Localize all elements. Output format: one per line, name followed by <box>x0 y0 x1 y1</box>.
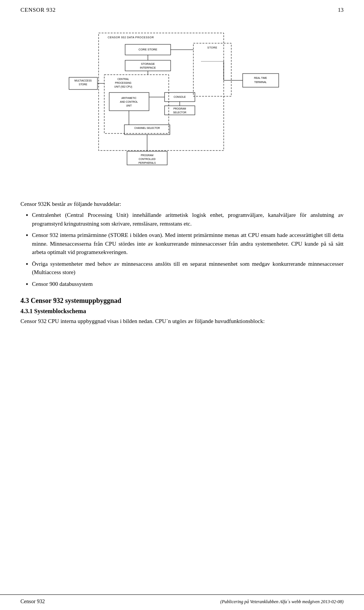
bullet-text-2: Censor 932 interna primärminne (STORE i … <box>32 231 344 257</box>
footer-right: (Publicering på Veteranklubben Alfa´s we… <box>220 599 344 605</box>
bullet-text-1: Centralenhet (Central Processing Unit) i… <box>32 211 344 228</box>
svg-text:CENSOR 932 DATA PROCESSOR: CENSOR 932 DATA PROCESSOR <box>108 36 154 39</box>
subsection-4-3-1-text: Censor 932 CPU interna uppbyggnad visas … <box>20 317 344 326</box>
list-item: Övriga systemenheter med behov av minnes… <box>20 260 344 277</box>
svg-text:UNIT: UNIT <box>126 104 132 107</box>
page-title: CENSOR 932 <box>20 7 56 13</box>
list-item: Censor 932 interna primärminne (STORE i … <box>20 231 344 257</box>
page-number: 13 <box>338 7 344 13</box>
svg-text:CORE STORE: CORE STORE <box>138 48 157 51</box>
bullet-text-3: Övriga systemenheter med behov av minnes… <box>32 260 344 277</box>
svg-text:ARITHMETIC: ARITHMETIC <box>121 97 136 99</box>
svg-text:CONSOLE: CONSOLE <box>174 96 186 98</box>
svg-text:REAL TIME: REAL TIME <box>254 77 267 79</box>
svg-text:CONTROLLED: CONTROLLED <box>139 158 156 160</box>
section-4-3-heading: 4.3 Censor 932 systemuppbyggnad <box>20 297 344 305</box>
svg-text:PROGRAM: PROGRAM <box>173 107 186 110</box>
system-diagram: text { font-family: Arial, Helvetica, sa… <box>64 22 300 189</box>
svg-text:STORE: STORE <box>79 83 88 86</box>
svg-text:STORAGE: STORAGE <box>141 62 155 66</box>
footer-left: Censor 932 <box>20 599 45 605</box>
svg-text:INTERFACE: INTERFACE <box>140 66 156 69</box>
svg-text:TERMINAL: TERMINAL <box>254 81 267 83</box>
content-section: Censor 932K består av följande huvuddela… <box>0 196 364 326</box>
svg-text:CENTRAL: CENTRAL <box>118 78 129 80</box>
svg-rect-0 <box>99 33 224 151</box>
svg-text:MULTIACCESS: MULTIACCESS <box>74 79 92 82</box>
intro-paragraph: Censor 932K består av följande huvuddela… <box>20 200 344 209</box>
svg-text:STORE: STORE <box>207 46 218 49</box>
page-header: CENSOR 932 13 <box>0 0 364 13</box>
bullet-list: Centralenhet (Central Processing Unit) i… <box>20 211 344 289</box>
svg-text:AND CONTROL: AND CONTROL <box>120 100 138 103</box>
block-diagram-svg: text { font-family: Arial, Helvetica, sa… <box>64 22 300 189</box>
page-footer: Censor 932 (Publicering på Veteranklubbe… <box>0 594 364 610</box>
svg-text:UNIT (932 CPU): UNIT (932 CPU) <box>114 85 132 88</box>
svg-text:PROCESSING: PROCESSING <box>115 82 131 84</box>
list-item: Censor 900 databussystem <box>20 280 344 289</box>
svg-text:CHANNEL SELECTOR: CHANNEL SELECTOR <box>134 127 160 129</box>
subsection-4-3-1-heading: 4.3.1 Systemblockschema <box>20 308 344 315</box>
svg-rect-2 <box>193 43 231 96</box>
list-item: Centralenhet (Central Processing Unit) i… <box>20 211 344 228</box>
svg-text:SELECTOR: SELECTOR <box>173 111 187 114</box>
bullet-text-4: Censor 900 databussystem <box>32 280 344 289</box>
svg-text:PERIPHERALS: PERIPHERALS <box>138 162 156 164</box>
diagram-section: text { font-family: Arial, Helvetica, sa… <box>0 13 364 196</box>
svg-text:PROGRAM: PROGRAM <box>141 154 154 157</box>
